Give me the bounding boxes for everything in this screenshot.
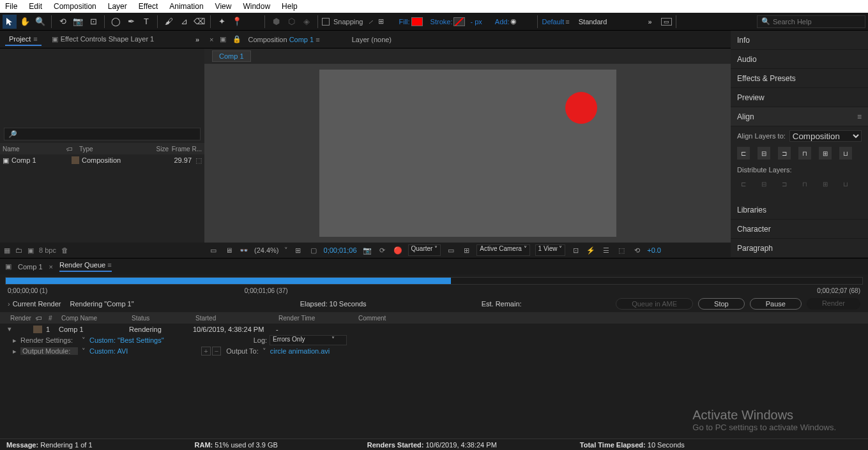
rq-disclosure-icon[interactable]: ▾ — [8, 325, 33, 333]
col-status[interactable]: Status — [129, 315, 193, 322]
rs-dropdown-icon[interactable]: ˅ — [82, 336, 86, 345]
col-compname[interactable]: Comp Name — [59, 315, 129, 322]
local-axis-icon[interactable]: ⬢ — [269, 15, 283, 29]
audio-panel-header[interactable]: Audio — [731, 50, 868, 69]
interpret-icon[interactable]: ▦ — [4, 246, 10, 255]
comp-canvas[interactable] — [319, 70, 616, 237]
shape-circle[interactable] — [565, 92, 597, 124]
add-shape-icon[interactable]: ◉ — [510, 17, 517, 26]
col-framerate[interactable]: Frame R... — [169, 146, 202, 153]
exposure-value[interactable]: +0.0 — [647, 246, 661, 254]
stroke-swatch[interactable] — [453, 17, 465, 26]
trash-icon[interactable]: 🗑 — [61, 246, 68, 254]
preview-panel-header[interactable]: Preview — [731, 88, 868, 107]
col-size[interactable]: Size — [137, 146, 169, 153]
disclosure-icon[interactable]: › — [8, 300, 10, 308]
menu-file[interactable]: File — [5, 2, 17, 11]
snapshot-icon[interactable]: 📷 — [362, 245, 372, 255]
info-panel-header[interactable]: Info — [731, 31, 868, 50]
safezone-icon[interactable]: ▢ — [308, 245, 319, 255]
snap-aux1-icon[interactable]: ⟋ — [367, 18, 374, 26]
label-swatch[interactable] — [72, 156, 79, 164]
type-tool-icon[interactable]: T — [139, 15, 153, 29]
draft3d-icon[interactable]: 🖥 — [224, 245, 234, 255]
align-panel-header[interactable]: Align≡ — [731, 107, 868, 126]
align-top-icon[interactable]: ⊓ — [798, 147, 811, 160]
output-module-value[interactable]: Custom: AVI — [89, 347, 128, 355]
stroke-label[interactable]: Stroke: — [430, 18, 453, 26]
menu-help[interactable]: Help — [282, 2, 298, 11]
comp-tab-lock-icon[interactable]: 🔒 — [232, 35, 241, 43]
rq-close-icon[interactable]: × — [49, 263, 53, 271]
workspace-default[interactable]: Default — [542, 18, 564, 26]
brush-tool-icon[interactable]: 🖌 — [162, 15, 176, 29]
panel-overflow-icon[interactable]: » — [195, 36, 199, 43]
snap-aux2-icon[interactable]: ⊞ — [378, 17, 384, 26]
project-search[interactable]: 🔎 — [4, 128, 201, 140]
project-row[interactable]: ▣ Comp 1 Composition 29.97 ⬚ — [0, 154, 204, 166]
log-dropdown[interactable]: Errors Only ˅ — [270, 335, 347, 345]
menu-animation[interactable]: Animation — [169, 2, 203, 11]
view-dropdown[interactable]: 1 View ˅ — [535, 244, 566, 256]
camera-dropdown[interactable]: Active Camera ˅ — [476, 244, 529, 256]
workspace-menu1-icon[interactable]: ≡ — [565, 18, 569, 26]
bpc-button[interactable]: 8 bpc — [39, 246, 56, 254]
grid-icon[interactable]: ⊞ — [461, 245, 471, 255]
libraries-panel-header[interactable]: Libraries — [731, 200, 868, 220]
col-name[interactable]: Name — [3, 146, 66, 153]
fast-preview-icon[interactable]: ⚡ — [586, 245, 596, 255]
comp-subtab[interactable]: Comp 1 — [212, 50, 251, 62]
view-axis-icon[interactable]: ◈ — [300, 15, 314, 29]
vr-icon[interactable]: 👓 — [239, 245, 249, 255]
align-menu-icon[interactable]: ≡ — [857, 112, 862, 121]
eraser-tool-icon[interactable]: ⌫ — [192, 15, 206, 29]
workspace-overflow-icon[interactable]: » — [648, 18, 651, 26]
paragraph-panel-header[interactable]: Paragraph — [731, 239, 868, 258]
character-panel-header[interactable]: Character — [731, 220, 868, 239]
pen-tool-icon[interactable]: ✒ — [124, 15, 138, 29]
resolution-icon[interactable]: ⊞ — [293, 245, 303, 255]
col-render[interactable]: Render — [8, 315, 33, 322]
layer-tab[interactable]: Layer (none) — [352, 36, 392, 43]
add-label[interactable]: Add: — [495, 18, 510, 26]
stop-button[interactable]: Stop — [698, 298, 745, 310]
zoom-value[interactable]: (24.4%) — [254, 246, 279, 254]
stroke-px[interactable]: - px — [470, 18, 482, 26]
output-to-value[interactable]: circle animation.avi — [270, 347, 330, 355]
flowchart-icon[interactable]: ⬚ — [195, 156, 202, 165]
search-help-box[interactable]: 🔍 — [757, 15, 865, 28]
current-time[interactable]: 0;00;01;06 — [324, 246, 357, 254]
channels-icon[interactable]: 🔴 — [393, 245, 403, 255]
fill-swatch[interactable] — [411, 17, 423, 26]
comp-tab-close-icon[interactable]: × — [209, 36, 213, 43]
remove-output-icon[interactable]: − — [212, 347, 221, 356]
align-bottom-icon[interactable]: ⊔ — [839, 147, 852, 160]
pause-button[interactable]: Pause — [750, 298, 802, 310]
menu-edit[interactable]: Edit — [29, 2, 42, 11]
comp-tab[interactable]: Composition Comp 1 ≡ — [248, 36, 319, 43]
align-left-icon[interactable]: ⊏ — [737, 147, 750, 160]
new-folder-icon[interactable]: 🗀 — [15, 246, 22, 254]
render-queue-item[interactable]: ▾ 1 Comp 1 Rendering 10/6/2019, 4:38:24 … — [0, 324, 868, 334]
render-queue-tab[interactable]: Render Queue ≡ — [59, 261, 112, 272]
effect-controls-tab[interactable]: ▣Effect Controls Shape Layer 1 — [48, 33, 158, 45]
menu-layer[interactable]: Layer — [108, 2, 127, 11]
show-snapshot-icon[interactable]: ⟳ — [377, 245, 388, 255]
timeline-comp-tab[interactable]: Comp 1 — [18, 263, 43, 271]
workspace-standard[interactable]: Standard — [579, 18, 607, 26]
add-output-icon[interactable]: + — [201, 347, 210, 356]
orbit-tool-icon[interactable]: ⟲ — [56, 15, 70, 29]
world-axis-icon[interactable]: ⬡ — [284, 15, 298, 29]
region-icon[interactable]: ▭ — [446, 245, 456, 255]
resolution-dropdown[interactable]: Quarter ˅ — [408, 244, 441, 256]
reset-exp-icon[interactable]: ⟲ — [632, 245, 642, 255]
workspace-panel-icon[interactable]: ▭ — [661, 18, 672, 26]
col-type[interactable]: Type — [79, 146, 137, 153]
menu-window[interactable]: Window — [243, 2, 270, 11]
selection-tool-icon[interactable] — [3, 15, 17, 29]
col-rendertime[interactable]: Render Time — [276, 315, 356, 322]
output-to-dropdown-icon[interactable]: ˅ — [263, 347, 266, 356]
render-settings-value[interactable]: Custom: "Best Settings" — [89, 336, 164, 344]
menu-composition[interactable]: Composition — [54, 2, 96, 11]
flowchart2-icon[interactable]: ⬚ — [616, 245, 627, 255]
